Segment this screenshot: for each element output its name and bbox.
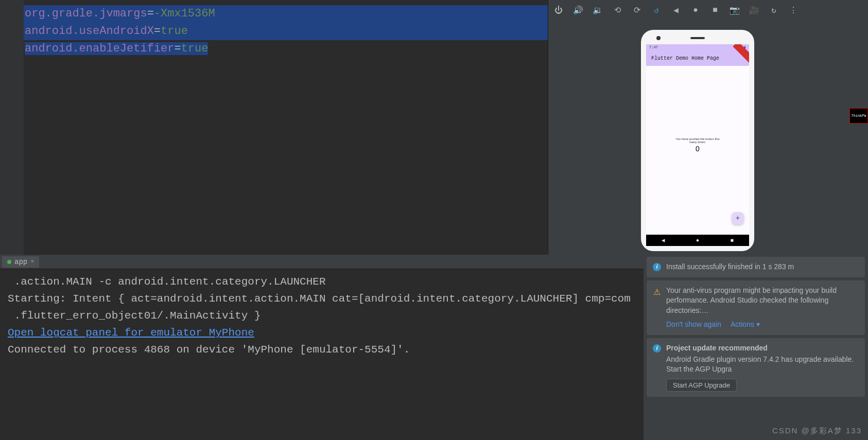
notification-antivirus-warning: ⚠ Your anti-virus program might be impac… bbox=[647, 280, 865, 335]
property-value: true bbox=[181, 42, 209, 55]
app-title: Flutter Demo Home Page bbox=[651, 56, 719, 61]
property-key: org.gradle.jvmargs bbox=[25, 7, 147, 20]
property-value: -Xmx1536M bbox=[154, 7, 215, 20]
screenshot-icon[interactable]: 📷 bbox=[730, 5, 740, 15]
notification-project-update: i Project update recommended Android Gra… bbox=[647, 338, 865, 397]
console-line: Starting: Intent { act=android.intent.ac… bbox=[8, 290, 636, 307]
notif-text: Install successfully finished in 1 s 283… bbox=[666, 262, 794, 272]
console-line: .action.MAIN -c android.intent.category.… bbox=[8, 273, 636, 290]
power-icon[interactable]: ⏻ bbox=[553, 5, 564, 15]
camera-dot bbox=[656, 36, 661, 40]
status-time: 7:47 bbox=[649, 45, 658, 50]
tab-label: app bbox=[14, 258, 27, 266]
code-line[interactable]: org.gradle.jvmargs=-Xmx1536M bbox=[24, 5, 548, 23]
rotate-left-icon[interactable]: ⟲ bbox=[612, 5, 622, 15]
notif-text: Your anti-virus program might be impacti… bbox=[666, 286, 859, 316]
device-emulator[interactable]: 7:47 ▾◢▮ Flutter Demo Home Page You have… bbox=[641, 30, 754, 251]
close-icon[interactable]: × bbox=[30, 258, 34, 266]
property-value: true bbox=[161, 25, 188, 38]
notif-title: Project update recommended bbox=[666, 343, 768, 354]
fab-button[interactable]: + bbox=[732, 212, 744, 224]
emulator-toolbar: ⏻ 🔊 🔉 ⟲ ⟳ ↺ ◀ ● ■ 📷 🎥 ↻ ⋮ bbox=[548, 0, 868, 21]
nav-overview-icon[interactable]: ■ bbox=[731, 238, 734, 243]
start-agp-upgrade-button[interactable]: Start AGP Upgrade bbox=[666, 379, 737, 392]
code-line[interactable]: android.enableJetifier=true bbox=[24, 40, 548, 58]
phone-frame: 7:47 ▾◢▮ Flutter Demo Home Page You have… bbox=[641, 30, 754, 251]
console-tab-app[interactable]: app × bbox=[2, 256, 39, 268]
volume-up-icon[interactable]: 🔊 bbox=[573, 5, 583, 15]
volume-down-icon[interactable]: 🔉 bbox=[593, 5, 603, 15]
editor-gutter bbox=[0, 0, 24, 255]
back-icon[interactable]: ◀ bbox=[671, 5, 681, 15]
property-key: android.useAndroidX bbox=[25, 25, 154, 38]
nav-back-icon[interactable]: ◀ bbox=[662, 237, 665, 243]
nav-home-icon[interactable]: ● bbox=[696, 238, 699, 243]
app-bar: Flutter Demo Home Page bbox=[646, 51, 749, 66]
body-text: You have pushed the button this many tim… bbox=[672, 137, 723, 144]
info-icon: i bbox=[653, 344, 661, 353]
overview-icon[interactable]: ■ bbox=[710, 5, 720, 15]
code-line[interactable]: android.useAndroidX=true bbox=[24, 23, 548, 40]
app-body: You have pushed the button this many tim… bbox=[672, 137, 723, 153]
dont-show-again-link[interactable]: Don't show again bbox=[666, 320, 721, 330]
rotate-device-icon[interactable]: ↺ bbox=[651, 5, 662, 15]
thinkpad-badge: ThinkPa bbox=[849, 108, 868, 124]
console-line: Connected to process 4868 on device 'MyP… bbox=[8, 341, 636, 358]
counter-value: 0 bbox=[672, 145, 723, 153]
more-icon[interactable]: ⋮ bbox=[788, 5, 798, 15]
console-tab-bar: app × bbox=[0, 255, 644, 269]
android-nav-bar: ◀ ● ■ bbox=[646, 235, 749, 246]
console-output[interactable]: .action.MAIN -c android.intent.category.… bbox=[0, 269, 644, 362]
actions-dropdown[interactable]: Actions ▾ bbox=[731, 320, 760, 330]
notif-text: Android Gradle plugin version 7.4.2 has … bbox=[666, 355, 859, 375]
phone-screen[interactable]: 7:47 ▾◢▮ Flutter Demo Home Page You have… bbox=[646, 44, 749, 246]
refresh-icon[interactable]: ↻ bbox=[769, 5, 779, 15]
emulator-panel: ⏻ 🔊 🔉 ⟲ ⟳ ↺ ◀ ● ■ 📷 🎥 ↻ ⋮ 7:47 ▾◢▮ bbox=[548, 0, 868, 255]
run-status-dot bbox=[7, 260, 11, 264]
code-editor[interactable]: org.gradle.jvmargs=-Xmx1536M android.use… bbox=[24, 5, 548, 58]
home-icon[interactable]: ● bbox=[690, 5, 701, 15]
warning-icon: ⚠ bbox=[653, 287, 661, 295]
info-icon: i bbox=[653, 263, 661, 271]
console-panel: app × .action.MAIN -c android.intent.cat… bbox=[0, 255, 644, 440]
rotate-right-icon[interactable]: ⟳ bbox=[632, 5, 642, 15]
editor-panel: ✓ org.gradle.jvmargs=-Xmx1536M android.u… bbox=[0, 0, 548, 255]
logcat-link[interactable]: Open logcat panel for emulator MyPhone bbox=[8, 324, 636, 341]
watermark: CSDN @多彩A梦 133 bbox=[772, 426, 862, 436]
speaker-slot bbox=[690, 37, 705, 39]
notifications-panel: i Install successfully finished in 1 s 2… bbox=[644, 255, 868, 440]
notification-install-success: i Install successfully finished in 1 s 2… bbox=[647, 257, 865, 277]
console-line: .flutter_erro_object01/.MainActivity } bbox=[8, 307, 636, 324]
record-icon[interactable]: 🎥 bbox=[749, 5, 759, 15]
property-key: android.enableJetifier bbox=[25, 42, 174, 55]
